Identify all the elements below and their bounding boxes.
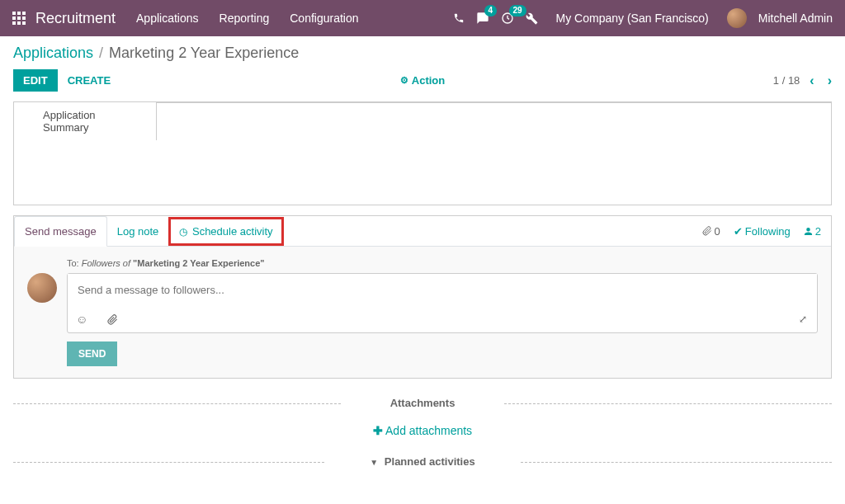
- send-button[interactable]: SEND: [67, 341, 117, 366]
- control-bar: EDIT CREATE ⚙ Action 1 / 18 ‹ ›: [0, 66, 845, 100]
- chat-icon[interactable]: 4: [476, 12, 489, 25]
- menu-configuration[interactable]: Configuration: [290, 12, 358, 25]
- company-selector[interactable]: My Company (San Francisco): [556, 12, 709, 25]
- pager-next-icon[interactable]: ›: [828, 73, 832, 88]
- svg-rect-1: [17, 12, 21, 15]
- phone-icon[interactable]: [453, 12, 465, 24]
- summary-label: Application Summary: [14, 102, 156, 140]
- svg-rect-3: [12, 16, 16, 20]
- top-nav: Recruitment Applications Reporting Confi…: [0, 0, 845, 36]
- pager: 1 / 18 ‹ ›: [773, 73, 832, 88]
- emoji-icon[interactable]: ☺: [76, 313, 87, 326]
- pager-prev-icon[interactable]: ‹: [810, 73, 814, 88]
- nav-right: 4 29 My Company (San Francisco) Mitchell…: [453, 8, 833, 28]
- svg-rect-5: [22, 16, 26, 20]
- user-avatar[interactable]: [727, 8, 747, 28]
- to-prefix: To:: [67, 258, 79, 268]
- svg-rect-8: [22, 21, 26, 25]
- tab-schedule-activity[interactable]: ◷ Schedule activity: [168, 217, 283, 246]
- svg-rect-2: [22, 12, 26, 15]
- followers-count[interactable]: 2: [804, 225, 821, 238]
- breadcrumb-current: Marketing 2 Year Experience: [109, 45, 299, 61]
- check-icon: ✔: [734, 225, 743, 238]
- plus-icon: ✚: [373, 424, 383, 437]
- tab-send-message[interactable]: Send message: [14, 216, 107, 247]
- content-area[interactable]: Application Summary Send message Log not…: [0, 100, 845, 496]
- form-sheet: Application Summary: [13, 101, 832, 205]
- caret-down-icon: ▼: [370, 458, 378, 467]
- menu-reporting[interactable]: Reporting: [220, 12, 270, 25]
- chatter-tabs: Send message Log note ◷ Schedule activit…: [14, 216, 831, 247]
- edit-button[interactable]: EDIT: [13, 69, 58, 92]
- compose-area: To: Followers of "Marketing 2 Year Exper…: [14, 247, 831, 378]
- attachment-count[interactable]: 0: [702, 225, 720, 238]
- to-line: To: Followers of "Marketing 2 Year Exper…: [67, 258, 818, 268]
- chat-badge: 4: [484, 5, 498, 16]
- compose-box: ☺ ⤢: [67, 273, 818, 333]
- create-button[interactable]: CREATE: [68, 74, 111, 87]
- tab-schedule-label: Schedule activity: [192, 225, 273, 238]
- chatter: Send message Log note ◷ Schedule activit…: [13, 215, 832, 379]
- summary-field: [156, 102, 831, 140]
- compose-avatar: [27, 273, 57, 303]
- svg-rect-7: [17, 21, 21, 25]
- paperclip-icon: [702, 226, 712, 236]
- action-label: Action: [412, 74, 445, 87]
- following-button[interactable]: ✔ Following: [734, 225, 791, 238]
- pager-text: 1 / 18: [773, 74, 800, 87]
- breadcrumb-sep: /: [99, 45, 103, 61]
- breadcrumb: Applications / Marketing 2 Year Experien…: [0, 36, 845, 66]
- activity-badge: 29: [509, 5, 526, 16]
- breadcrumb-parent[interactable]: Applications: [13, 45, 93, 61]
- following-label: Following: [745, 225, 791, 238]
- nav-menu: Applications Reporting Configuration: [136, 12, 358, 25]
- activity-icon[interactable]: 29: [501, 12, 514, 25]
- apps-icon[interactable]: [12, 12, 26, 25]
- menu-applications[interactable]: Applications: [136, 12, 199, 25]
- svg-rect-0: [12, 12, 16, 15]
- attach-icon[interactable]: [107, 314, 118, 325]
- user-name[interactable]: Mitchell Admin: [758, 12, 833, 25]
- to-followers: Followers of: [82, 258, 130, 268]
- clock-icon: ◷: [179, 226, 187, 238]
- expand-icon[interactable]: ⤢: [799, 313, 807, 325]
- action-menu[interactable]: ⚙ Action: [400, 74, 445, 87]
- add-attachments-label: Add attachments: [385, 424, 472, 437]
- message-input[interactable]: [68, 274, 817, 306]
- wrench-icon[interactable]: [526, 12, 538, 25]
- svg-rect-6: [12, 21, 16, 25]
- app-title[interactable]: Recruitment: [35, 10, 116, 27]
- gear-icon: ⚙: [400, 75, 408, 86]
- attachments-heading: Attachments: [13, 397, 832, 409]
- svg-rect-4: [17, 16, 21, 20]
- planned-label: Planned activities: [385, 455, 475, 468]
- to-record: "Marketing 2 Year Experience": [133, 258, 264, 268]
- add-attachments-button[interactable]: ✚ Add attachments: [13, 424, 832, 437]
- follower-count-value: 2: [815, 225, 821, 238]
- planned-activities-heading[interactable]: ▼ Planned activities: [13, 455, 832, 468]
- tab-log-note[interactable]: Log note: [107, 217, 169, 246]
- compose-toolbar: ☺ ⤢: [68, 306, 817, 332]
- person-icon: [804, 227, 813, 236]
- attach-count-value: 0: [715, 225, 720, 238]
